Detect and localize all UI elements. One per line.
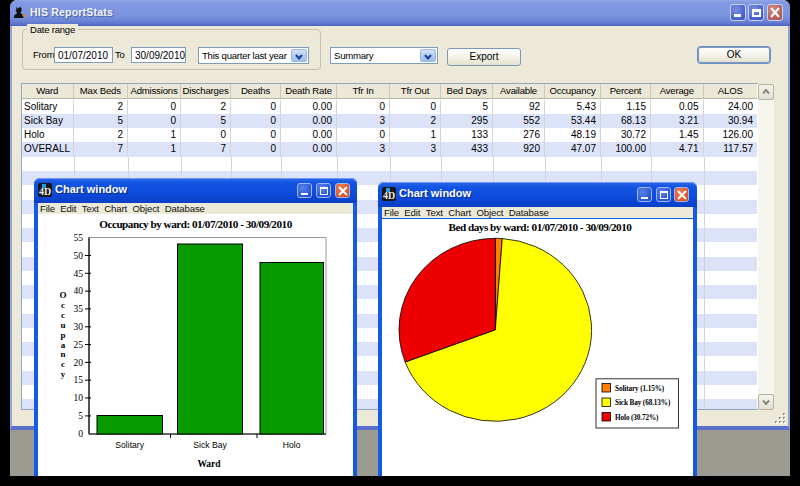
svg-text:u: u bbox=[60, 320, 65, 330]
svg-text:4D: 4D bbox=[39, 186, 51, 197]
svg-text:50: 50 bbox=[74, 251, 84, 261]
svg-text:0: 0 bbox=[78, 429, 83, 439]
svg-text:Solitary (1.15%): Solitary (1.15%) bbox=[615, 385, 665, 393]
svg-text:35: 35 bbox=[74, 304, 84, 314]
svg-text:Sick Bay: Sick Bay bbox=[193, 440, 227, 450]
svg-text:4D: 4D bbox=[383, 190, 395, 201]
svg-text:5: 5 bbox=[78, 411, 83, 421]
svg-text:c: c bbox=[61, 359, 65, 369]
svg-text:45: 45 bbox=[74, 269, 84, 279]
svg-text:Sick Bay (68.13%): Sick Bay (68.13%) bbox=[615, 399, 671, 407]
svg-text:n: n bbox=[60, 349, 65, 359]
svg-text:25: 25 bbox=[74, 340, 84, 350]
svg-text:a: a bbox=[61, 340, 66, 350]
svg-text:p: p bbox=[60, 330, 65, 340]
svg-text:30: 30 bbox=[74, 322, 84, 332]
svg-text:c: c bbox=[61, 310, 65, 320]
svg-text:c: c bbox=[61, 300, 65, 310]
svg-text:Holo (30.72%): Holo (30.72%) bbox=[615, 414, 659, 422]
svg-text:y: y bbox=[61, 369, 66, 379]
svg-text:20: 20 bbox=[74, 358, 84, 368]
svg-text:40: 40 bbox=[74, 286, 84, 296]
svg-text:Holo: Holo bbox=[283, 440, 301, 450]
svg-text:10: 10 bbox=[74, 393, 84, 403]
svg-text:55: 55 bbox=[74, 233, 84, 243]
svg-text:15: 15 bbox=[74, 375, 84, 385]
svg-text:O: O bbox=[59, 290, 66, 300]
svg-text:Ward: Ward bbox=[197, 459, 221, 469]
svg-text:Solitary: Solitary bbox=[115, 440, 144, 450]
